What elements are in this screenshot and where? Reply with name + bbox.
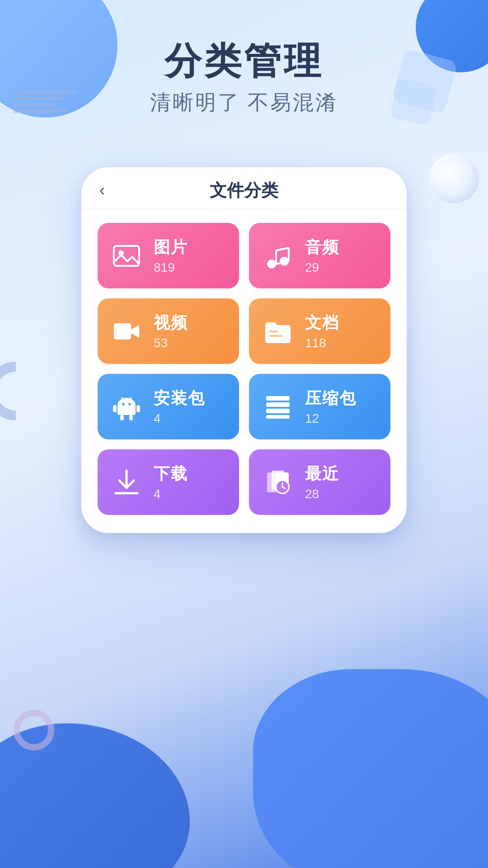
- download-label: 下载: [154, 463, 188, 485]
- svg-point-18: [122, 403, 125, 406]
- svg-rect-16: [113, 405, 117, 412]
- svg-rect-0: [114, 246, 139, 266]
- audio-count: 29: [305, 260, 339, 275]
- android-icon: [108, 389, 145, 425]
- music-icon: [260, 238, 296, 274]
- docs-info: 文档 118: [305, 312, 339, 350]
- svg-rect-10: [269, 330, 278, 332]
- deco-ring-bottom-left: [14, 710, 54, 750]
- svg-line-7: [276, 248, 289, 250]
- docs-count: 118: [305, 336, 339, 350]
- header: 分类管理 清晰明了 不易混淆: [0, 41, 488, 117]
- zip-label: 压缩包: [305, 387, 357, 410]
- download-info: 下载 4: [154, 463, 188, 501]
- category-card-zip[interactable]: 压缩包 12: [249, 374, 390, 439]
- category-card-apk[interactable]: 安装包 4: [98, 374, 239, 439]
- download-count: 4: [154, 487, 188, 501]
- category-card-audio[interactable]: 音频 29: [249, 223, 390, 288]
- svg-rect-11: [269, 335, 282, 337]
- download-icon: [108, 464, 145, 500]
- recent-info: 最近 28: [305, 463, 339, 501]
- deco-arc-left: [0, 362, 45, 420]
- svg-marker-9: [131, 325, 139, 338]
- svg-rect-22: [266, 396, 290, 401]
- folder-icon: [260, 313, 296, 349]
- recent-icon: [260, 464, 296, 500]
- image-icon: [108, 238, 145, 274]
- svg-rect-17: [136, 405, 140, 412]
- video-label: 视频: [154, 312, 188, 334]
- back-button[interactable]: ‹: [99, 181, 105, 200]
- phone-frame: ‹ 文件分类 图片 819: [81, 167, 407, 533]
- audio-info: 音频 29: [305, 236, 339, 275]
- svg-rect-13: [117, 405, 136, 415]
- category-card-images[interactable]: 图片 819: [98, 223, 239, 288]
- svg-rect-24: [266, 409, 290, 413]
- blob-bottom-right: [253, 669, 488, 868]
- svg-rect-15: [129, 415, 133, 420]
- apk-count: 4: [154, 411, 205, 426]
- phone-mockup: ‹ 文件分类 图片 819: [81, 167, 407, 533]
- zip-count: 12: [305, 411, 357, 426]
- video-count: 53: [154, 336, 188, 350]
- images-info: 图片 819: [154, 236, 188, 275]
- page-subtitle: 清晰明了 不易混淆: [0, 89, 488, 117]
- svg-rect-23: [266, 402, 290, 407]
- svg-rect-25: [266, 415, 290, 419]
- images-label: 图片: [154, 236, 188, 259]
- svg-point-2: [267, 259, 276, 269]
- phone-header: ‹ 文件分类: [81, 167, 407, 209]
- svg-rect-14: [120, 415, 124, 420]
- page-title: 分类管理: [0, 41, 488, 81]
- category-card-video[interactable]: 视频 53: [98, 298, 239, 364]
- audio-label: 音频: [305, 236, 339, 259]
- archive-icon: [260, 389, 296, 425]
- video-icon: [108, 313, 145, 349]
- category-card-docs[interactable]: 文档 118: [249, 298, 390, 364]
- deco-circle-right: [429, 154, 479, 203]
- docs-label: 文档: [305, 312, 339, 334]
- zip-info: 压缩包 12: [305, 387, 357, 426]
- apk-label: 安装包: [154, 387, 205, 410]
- recent-label: 最近: [305, 463, 339, 485]
- screen-title: 文件分类: [210, 179, 278, 202]
- images-count: 819: [154, 260, 188, 275]
- apk-info: 安装包 4: [154, 387, 205, 426]
- category-card-recent[interactable]: 最近 28: [249, 449, 390, 515]
- video-info: 视频 53: [154, 312, 188, 350]
- category-card-download[interactable]: 下载 4: [98, 449, 239, 515]
- svg-point-19: [128, 403, 131, 406]
- category-grid: 图片 819 音频 29: [81, 209, 407, 533]
- svg-rect-8: [114, 323, 131, 340]
- recent-count: 28: [305, 487, 339, 501]
